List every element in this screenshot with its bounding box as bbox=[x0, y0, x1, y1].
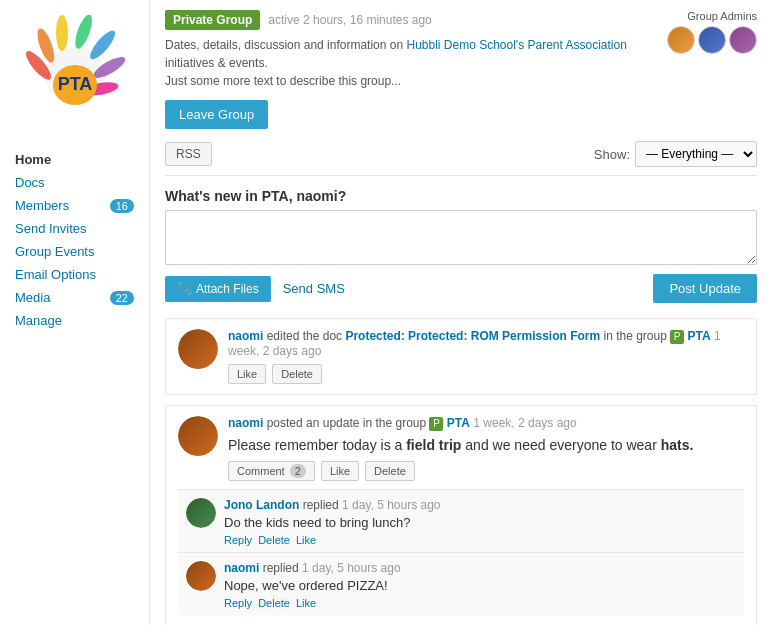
sidebar-item-manage[interactable]: Manage bbox=[10, 309, 139, 332]
reply-avatar-jono[interactable] bbox=[186, 498, 216, 528]
post-area: What's new in PTA, naomi? 📎 Attach Files… bbox=[165, 188, 757, 303]
admin-avatar-2[interactable] bbox=[698, 26, 726, 54]
reply-content-2: naomi replied 1 day, 5 hours ago Nope, w… bbox=[224, 561, 736, 609]
activity-btns-2: Comment 2 Like Delete bbox=[228, 461, 744, 481]
post-update-button[interactable]: Post Update bbox=[653, 274, 757, 303]
filter-select[interactable]: — Everything — Updates Docs bbox=[635, 141, 757, 167]
reply-like-link-2[interactable]: Like bbox=[296, 597, 316, 609]
reply-text-1: Do the kids need to bring lunch? bbox=[224, 515, 736, 530]
sidebar-item-media[interactable]: Media 22 bbox=[10, 286, 139, 309]
reply-reply-link-2[interactable]: Reply bbox=[224, 597, 252, 609]
comment-count: 2 bbox=[290, 464, 306, 478]
replies-section: Jono Landon replied 1 day, 5 hours ago D… bbox=[178, 489, 744, 615]
activity-update-text: Please remember today is a field trip an… bbox=[228, 437, 744, 453]
comment-button-2[interactable]: Comment 2 bbox=[228, 461, 315, 481]
post-textarea[interactable] bbox=[165, 210, 757, 265]
post-actions: 📎 Attach Files Send SMS Post Update bbox=[165, 274, 757, 303]
activity-group-link-1[interactable]: PTA bbox=[688, 329, 711, 343]
activity-doc-link[interactable]: Protected: Protected: ROM Permission For… bbox=[345, 329, 600, 343]
activity-meta-1: naomi edited the doc Protected: Protecte… bbox=[228, 329, 744, 358]
svg-text:PTA: PTA bbox=[57, 74, 92, 94]
reply-meta-2: naomi replied 1 day, 5 hours ago bbox=[224, 561, 736, 575]
show-label: Show: bbox=[594, 147, 630, 162]
reply-text-2: Nope, we've ordered PIZZA! bbox=[224, 578, 736, 593]
sidebar-item-group-events[interactable]: Group Events bbox=[10, 240, 139, 263]
admin-avatar-1[interactable] bbox=[667, 26, 695, 54]
private-badge: Private Group bbox=[165, 10, 260, 30]
sidebar-item-send-invites[interactable]: Send Invites bbox=[10, 217, 139, 240]
sidebar-item-home[interactable]: Home bbox=[10, 148, 139, 171]
rss-button[interactable]: RSS bbox=[165, 142, 212, 166]
delete-button-2[interactable]: Delete bbox=[365, 461, 415, 481]
activity-user-link-2[interactable]: naomi bbox=[228, 416, 263, 430]
activity-feed: naomi edited the doc Protected: Protecte… bbox=[165, 318, 757, 625]
svg-point-3 bbox=[56, 15, 68, 51]
activity-row-2: naomi posted an update in the group P PT… bbox=[178, 416, 744, 481]
toolbar: RSS Show: — Everything — Updates Docs bbox=[165, 141, 757, 176]
reply-delete-link-2[interactable]: Delete bbox=[258, 597, 290, 609]
attach-icon: 📎 bbox=[177, 282, 192, 296]
sidebar-item-members[interactable]: Members 16 bbox=[10, 194, 139, 217]
admin-avatars-row bbox=[667, 26, 757, 54]
group-admins-label: Group Admins bbox=[667, 10, 757, 22]
reply-item-1: Jono Landon replied 1 day, 5 hours ago D… bbox=[178, 489, 744, 552]
reply-btns-1: Reply Delete Like bbox=[224, 534, 736, 546]
reply-reply-link-1[interactable]: Reply bbox=[224, 534, 252, 546]
group-admins: Group Admins bbox=[667, 10, 757, 54]
like-button-1[interactable]: Like bbox=[228, 364, 266, 384]
group-title-row: Private Group active 2 hours, 16 minutes… bbox=[165, 10, 667, 30]
activity-avatar-naomi-1[interactable] bbox=[178, 329, 218, 369]
group-header: Private Group active 2 hours, 16 minutes… bbox=[165, 10, 757, 90]
attach-files-button[interactable]: 📎 Attach Files bbox=[165, 276, 271, 302]
reply-btns-2: Reply Delete Like bbox=[224, 597, 736, 609]
active-time: active 2 hours, 16 minutes ago bbox=[268, 13, 431, 27]
activity-btns-1: Like Delete bbox=[228, 364, 744, 384]
main-content: Private Group active 2 hours, 16 minutes… bbox=[150, 0, 772, 625]
activity-content-2: naomi posted an update in the group P PT… bbox=[228, 416, 744, 481]
activity-content-1: naomi edited the doc Protected: Protecte… bbox=[228, 329, 744, 384]
svg-point-4 bbox=[71, 15, 95, 51]
sidebar-item-docs[interactable]: Docs bbox=[10, 171, 139, 194]
reply-meta-1: Jono Landon replied 1 day, 5 hours ago bbox=[224, 498, 736, 512]
reply-user-link-jono[interactable]: Jono Landon bbox=[224, 498, 299, 512]
admin-avatar-3[interactable] bbox=[729, 26, 757, 54]
members-badge: 16 bbox=[110, 199, 134, 213]
leave-group-button[interactable]: Leave Group bbox=[165, 100, 268, 129]
logo: PTA bbox=[0, 10, 149, 133]
sidebar-navigation: Home Docs Members 16 Send Invites Group … bbox=[0, 148, 149, 332]
post-left-actions: 📎 Attach Files Send SMS bbox=[165, 276, 345, 302]
like-button-2[interactable]: Like bbox=[321, 461, 359, 481]
reply-like-link-1[interactable]: Like bbox=[296, 534, 316, 546]
activity-user-link-1[interactable]: naomi bbox=[228, 329, 263, 343]
sidebar: PTA Home Docs Members 16 Send Invites Gr… bbox=[0, 0, 150, 625]
media-badge: 22 bbox=[110, 291, 134, 305]
activity-group-link-2[interactable]: PTA bbox=[447, 416, 470, 430]
svg-point-5 bbox=[86, 27, 118, 62]
reply-user-link-naomi[interactable]: naomi bbox=[224, 561, 259, 575]
activity-meta-2: naomi posted an update in the group P PT… bbox=[228, 416, 744, 431]
send-sms-link[interactable]: Send SMS bbox=[283, 281, 345, 296]
post-label: What's new in PTA, naomi? bbox=[165, 188, 757, 204]
reply-content-1: Jono Landon replied 1 day, 5 hours ago D… bbox=[224, 498, 736, 546]
sidebar-item-email-options[interactable]: Email Options bbox=[10, 263, 139, 286]
activity-row-1: naomi edited the doc Protected: Protecte… bbox=[178, 329, 744, 384]
activity-item-1: naomi edited the doc Protected: Protecte… bbox=[165, 318, 757, 395]
reply-item-2: naomi replied 1 day, 5 hours ago Nope, w… bbox=[178, 552, 744, 615]
reply-avatar-naomi[interactable] bbox=[186, 561, 216, 591]
group-info: Private Group active 2 hours, 16 minutes… bbox=[165, 10, 667, 90]
reply-delete-link-1[interactable]: Delete bbox=[258, 534, 290, 546]
activity-item-2: naomi posted an update in the group P PT… bbox=[165, 405, 757, 625]
activity-avatar-naomi-2[interactable] bbox=[178, 416, 218, 456]
delete-button-1[interactable]: Delete bbox=[272, 364, 322, 384]
show-filter: Show: — Everything — Updates Docs bbox=[594, 141, 757, 167]
group-description: Dates, details, discussion and informati… bbox=[165, 36, 667, 90]
